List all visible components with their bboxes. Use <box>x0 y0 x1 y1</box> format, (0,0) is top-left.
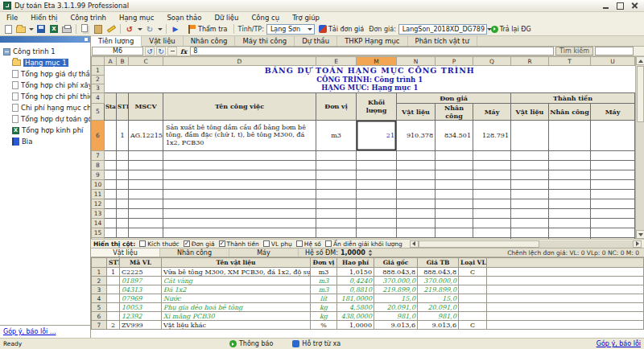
header-stt[interactable]: STT <box>117 92 129 120</box>
tab-may-thi-cong[interactable]: Máy thi công <box>235 36 295 46</box>
row-number[interactable]: 10 <box>92 179 105 189</box>
menu-soan-thao[interactable]: Soạn thảo <box>160 12 208 23</box>
cell-tt-vat-lieu[interactable] <box>511 120 549 150</box>
header-ten-cong-viec[interactable]: Tên công việc <box>163 92 316 120</box>
row-number[interactable]: 13 <box>92 208 105 218</box>
tree-item-tong-hop-chi-phi-thiet-bi[interactable]: Tổng hợp chi phí thiết bị <box>10 91 89 102</box>
material-sub-row[interactable]: 4 07969 Nước lít 181,0000 15,0 15,0 <box>92 294 644 303</box>
col-header-r[interactable]: R <box>511 57 549 66</box>
menu-tro-giup[interactable]: Trợ giúp <box>286 12 326 23</box>
he-so-dm-value[interactable]: 1,0000 <box>341 249 365 257</box>
cell-mscv[interactable]: AG.12215 <box>129 120 163 150</box>
row-number[interactable]: 3 <box>92 84 105 92</box>
menu-cong-trinh[interactable]: Công trình <box>64 12 113 23</box>
price-dropdown[interactable]: LangSon_2018XD_DG789 <box>398 24 487 35</box>
col-header-c[interactable]: C <box>129 57 163 66</box>
menu-cong-cu[interactable]: Công cụ <box>245 12 286 23</box>
formula-undo-icon[interactable] <box>145 47 155 55</box>
menu-du-lieu[interactable]: Dữ liệu <box>208 12 245 23</box>
tree-item-tong-hop-du-toan-goi-thau[interactable]: Tổng hợp dự toán gói thầu <box>10 113 89 125</box>
row-number[interactable]: 11 <box>92 189 105 199</box>
row-number[interactable]: 12 <box>92 199 105 208</box>
col-header-n[interactable]: N <box>397 57 436 66</box>
material-row[interactable]: 7 2 ZV999 Vật liệu khác % 1,0000 9.013,6… <box>92 321 644 330</box>
cell-reference-box[interactable]: M6 <box>92 47 143 55</box>
col-header-a[interactable]: A <box>105 57 117 66</box>
cell-dg-vat-lieu[interactable]: 910.378 <box>397 120 436 150</box>
search-input[interactable] <box>595 47 634 55</box>
sheet-title[interactable]: BẢNG DỰ TOÁN HẠNG MỤC CÔNG TRÌNH <box>105 66 635 76</box>
cell-tt-nhan-cong[interactable] <box>549 120 591 150</box>
checkbox-an-dien-giai[interactable]: Ẩn diễn giải khối lượng <box>325 240 402 248</box>
row-number[interactable]: 7 <box>92 150 105 160</box>
header-dg-may[interactable]: Máy <box>473 103 511 120</box>
menu-file[interactable]: File <box>0 12 24 23</box>
col-header-u[interactable]: U <box>591 57 635 66</box>
header-khoi-luong[interactable]: Khối lượng <box>357 92 397 120</box>
row-number[interactable]: 8 <box>92 160 105 170</box>
row-number[interactable]: 4 <box>92 92 105 103</box>
cell-dg-nhan-cong[interactable]: 834.501 <box>436 120 473 150</box>
scroll-right-icon[interactable] <box>633 240 642 248</box>
material-sub-row[interactable]: 6 12392 Xi măng PCB30 kg 438,0000 981,0 … <box>92 312 644 321</box>
horizontal-scrollbar[interactable] <box>410 240 642 248</box>
cell-quantity-selected[interactable]: 21 <box>357 120 397 150</box>
undo-icon[interactable] <box>124 24 135 35</box>
new-icon[interactable] <box>2 24 14 35</box>
row-number[interactable]: 9 <box>92 170 105 179</box>
save-icon[interactable] <box>35 24 47 35</box>
menu-hien-thi[interactable]: Hiển thị <box>24 12 64 23</box>
material-sub-row[interactable]: 3 04313 Đá 1x2 m3 0,8810 219.899,0 219.8… <box>92 285 644 294</box>
col-header-t[interactable]: T <box>549 57 591 66</box>
horizontal-scroll-thumb[interactable] <box>419 240 539 248</box>
header-dg-vat-lieu[interactable]: Vật liệu <box>397 103 436 120</box>
header-tt-may[interactable]: Máy <box>591 103 635 120</box>
col-header-q[interactable]: Q <box>473 57 511 66</box>
header-tt-vat-lieu[interactable]: Vật liệu <box>511 103 549 120</box>
format-brush-icon[interactable] <box>105 24 117 35</box>
header-don-gia[interactable]: Đơn giá <box>397 92 511 103</box>
tree-item-bia[interactable]: Bìa <box>10 136 89 147</box>
tab-vat-lieu[interactable]: Vật liệu <box>142 36 183 46</box>
header-thanh-tien[interactable]: Thành tiền <box>511 92 635 103</box>
subtab-nhan-cong[interactable]: Nhân công <box>160 248 229 257</box>
tree-root-cong-trinh-1[interactable]: Công trình 1 <box>2 46 89 57</box>
row-number[interactable]: 2 <box>92 75 105 84</box>
material-sub-row[interactable]: 2 01897 Cát vàng m3 0,4240 370.000,0 370… <box>92 277 644 285</box>
scroll-up-icon[interactable] <box>636 56 644 65</box>
load-price-button[interactable]: Tải đơn giá <box>316 23 366 35</box>
subtab-may[interactable]: Máy <box>229 248 299 257</box>
feedback-status-link[interactable]: Góp ý, báo lỗi <box>597 340 641 347</box>
material-sub-row[interactable]: 5 10053 Phụ gia dẻo hoá bê tông kg 4,580… <box>92 303 644 312</box>
copy-icon[interactable] <box>80 24 91 35</box>
checkbox-kich-thuoc[interactable]: Kích thước <box>139 240 179 248</box>
col-header-m[interactable]: M <box>357 57 397 66</box>
header-don-vi[interactable]: Đơn vị <box>316 92 357 120</box>
col-header-d[interactable]: D <box>163 57 316 66</box>
subtab-vat-lieu[interactable]: Vật liệu <box>91 248 160 257</box>
open-dropdown-arrow-icon[interactable] <box>29 28 34 31</box>
notify-button[interactable]: Thông báo <box>229 340 273 347</box>
checkbox-vl-phu[interactable]: VL phụ <box>263 240 292 248</box>
sheet-item-line[interactable]: HẠNG MỤC: Hạng mục 1 <box>105 84 635 92</box>
vertical-scroll-thumb[interactable] <box>637 66 644 122</box>
header-dg-nhan-cong[interactable]: Nhân công <box>436 103 473 120</box>
tree-item-tong-hop-gia-du-thau[interactable]: Tổng hợp giá dự thầu <box>10 68 89 80</box>
redo-dropdown-arrow-icon[interactable] <box>158 28 163 31</box>
cell-state[interactable] <box>105 120 117 150</box>
checkbox-thanh-tien[interactable]: Thành tiền <box>219 240 259 248</box>
header-tt-nhan-cong[interactable]: Nhân công <box>549 103 591 120</box>
maximize-button[interactable] <box>615 2 625 10</box>
formula-redo-icon[interactable] <box>156 47 166 55</box>
tree-item-hang-muc-1[interactable]: Hạng mục 1 <box>10 57 89 68</box>
formula-minus-icon[interactable] <box>167 47 177 55</box>
col-header-p[interactable]: P <box>436 57 473 66</box>
excel-export-icon[interactable] <box>48 24 60 35</box>
province-dropdown[interactable]: Lạng Sơn <box>266 24 315 35</box>
tab-tien-luong[interactable]: Tiên lượng <box>91 36 142 47</box>
close-button[interactable] <box>630 2 639 10</box>
remote-support-button[interactable]: Hỗ trợ từ xa <box>292 340 341 347</box>
scroll-left-icon[interactable] <box>410 240 419 248</box>
row-number[interactable]: 5 <box>92 103 105 120</box>
undo-dropdown-arrow-icon[interactable] <box>138 28 142 31</box>
